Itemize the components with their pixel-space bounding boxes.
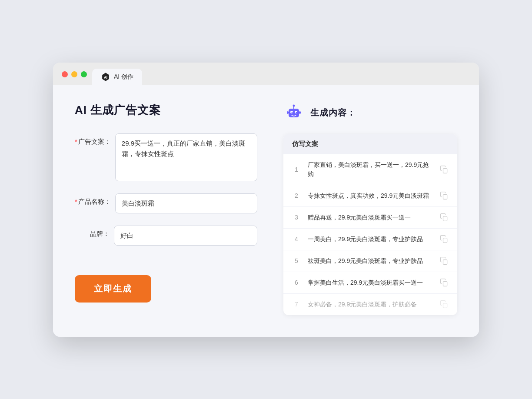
result-list: 1厂家直销，美白淡斑霜，买一送一，29.9元抢购 2专抹女性斑点，真实功效，29… (283, 154, 457, 315)
ad-required-star: * (75, 138, 77, 145)
copy-icon[interactable] (440, 213, 449, 222)
svg-rect-11 (443, 168, 447, 173)
item-number: 1 (292, 166, 301, 173)
browser-window: AI AI 创作 AI 生成广告文案 *广告文案： *产品名称： (53, 63, 479, 337)
result-item: 6掌握美白生活，29.9元美白淡斑霜买一送一 (283, 272, 457, 294)
brand-input[interactable] (114, 226, 257, 246)
svg-rect-14 (443, 238, 447, 243)
svg-rect-9 (287, 111, 289, 114)
window-controls (62, 69, 87, 83)
titlebar: AI AI 创作 (53, 63, 479, 85)
result-header: 生成内容： (283, 103, 457, 123)
copy-icon[interactable] (440, 278, 449, 287)
result-title: 生成内容： (310, 107, 356, 119)
ad-copy-group: *广告文案： (75, 133, 257, 181)
copy-icon[interactable] (440, 191, 449, 200)
item-number: 2 (292, 192, 301, 199)
copy-icon[interactable] (440, 235, 449, 243)
copy-icon[interactable] (440, 165, 449, 174)
item-number: 5 (292, 257, 301, 264)
result-item: 1厂家直销，美白淡斑霜，买一送一，29.9元抢购 (283, 154, 457, 185)
result-item: 7女神必备，29.9元美白淡斑霜，护肤必备 (283, 294, 457, 315)
result-item: 3赠品再送，29.9元美白淡斑霜买一送一 (283, 207, 457, 229)
ai-tab-icon: AI (101, 72, 110, 82)
ad-copy-input[interactable] (115, 133, 257, 181)
product-name-group: *产品名称： (75, 193, 257, 213)
result-item: 5祛斑美白，29.9元美白淡斑霜，专业护肤品 (283, 250, 457, 272)
page-title: AI 生成广告文案 (75, 103, 257, 118)
item-number: 3 (292, 214, 301, 221)
copy-icon[interactable] (440, 256, 449, 265)
item-text: 厂家直销，美白淡斑霜，买一送一，29.9元抢购 (308, 160, 433, 179)
svg-text:AI: AI (104, 75, 107, 79)
svg-rect-13 (443, 216, 447, 221)
item-text: 女神必备，29.9元美白淡斑霜，护肤必备 (308, 300, 433, 309)
ad-copy-label: *广告文案： (75, 133, 111, 146)
svg-point-6 (296, 112, 297, 113)
item-number: 6 (292, 279, 301, 286)
item-text: 掌握美白生活，29.9元美白淡斑霜买一送一 (308, 278, 433, 287)
svg-point-5 (292, 112, 293, 113)
main-content: AI 生成广告文案 *广告文案： *产品名称： 品牌： 立 (53, 85, 479, 337)
product-name-input[interactable] (115, 193, 257, 213)
svg-rect-17 (443, 303, 447, 308)
svg-rect-12 (443, 195, 447, 200)
result-card: 仿写文案 1厂家直销，美白淡斑霜，买一送一，29.9元抢购 2专抹女性斑点，真实… (283, 134, 457, 315)
right-panel: 生成内容： 仿写文案 1厂家直销，美白淡斑霜，买一送一，29.9元抢购 2专抹女… (283, 103, 457, 315)
result-table-header: 仿写文案 (283, 134, 457, 154)
item-text: 赠品再送，29.9元美白淡斑霜买一送一 (308, 213, 433, 222)
browser-tab[interactable]: AI AI 创作 (92, 69, 142, 85)
item-text: 专抹女性斑点，真实功效，29.9元美白淡斑霜 (308, 191, 433, 200)
result-item: 2专抹女性斑点，真实功效，29.9元美白淡斑霜 (283, 185, 457, 207)
minimize-button[interactable] (71, 71, 77, 77)
svg-point-8 (293, 104, 295, 106)
item-text: 一周美白，29.9元美白淡斑霜，专业护肤品 (308, 235, 433, 244)
product-name-label: *产品名称： (75, 193, 111, 206)
brand-label: 品牌： (75, 226, 110, 238)
generate-button[interactable]: 立即生成 (75, 275, 151, 303)
svg-rect-16 (443, 282, 447, 286)
item-text: 祛斑美白，29.9元美白淡斑霜，专业护肤品 (308, 256, 433, 266)
close-button[interactable] (62, 71, 68, 77)
left-panel: AI 生成广告文案 *广告文案： *产品名称： 品牌： 立 (75, 103, 257, 315)
maximize-button[interactable] (81, 71, 87, 77)
result-item: 4一周美白，29.9元美白淡斑霜，专业护肤品 (283, 229, 457, 250)
tab-label: AI 创作 (114, 73, 133, 81)
robot-icon (283, 103, 304, 123)
svg-rect-15 (443, 260, 447, 265)
product-required-star: * (75, 198, 77, 205)
copy-icon[interactable] (440, 300, 449, 309)
item-number: 7 (292, 301, 301, 308)
item-number: 4 (292, 236, 301, 243)
brand-group: 品牌： (75, 226, 257, 246)
svg-rect-10 (299, 111, 301, 114)
